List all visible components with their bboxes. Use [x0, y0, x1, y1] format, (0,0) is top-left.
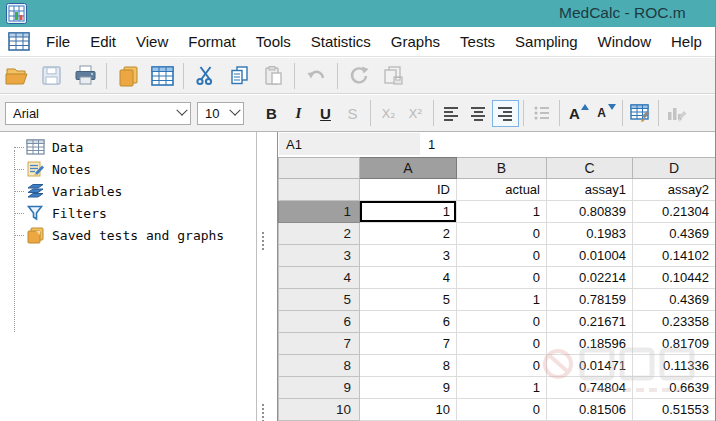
menu-tests[interactable]: Tests — [450, 27, 505, 56]
save-file-icon[interactable] — [34, 61, 68, 91]
grid-cell-B8[interactable]: 0 — [457, 355, 547, 377]
cell-contents-field[interactable]: 1 — [428, 133, 435, 155]
row-header-9[interactable]: 9 — [278, 377, 360, 399]
grid-cell-A8[interactable]: 8 — [360, 355, 457, 377]
variable-name-cell[interactable]: actual — [457, 179, 547, 201]
bold-button[interactable]: B — [258, 100, 285, 127]
row-header-7[interactable]: 7 — [278, 333, 360, 355]
grid-cell-B7[interactable]: 0 — [457, 333, 547, 355]
font-name-combobox[interactable]: Arial — [5, 102, 191, 125]
shrink-font-button[interactable]: A — [591, 100, 618, 127]
row-header-4[interactable]: 4 — [278, 267, 360, 289]
grid-cell-A3[interactable]: 3 — [360, 245, 457, 267]
save-all-icon[interactable] — [376, 61, 410, 91]
grid-cell-D8[interactable]: 0.11336 — [633, 355, 716, 377]
grid-cell-A9[interactable]: 9 — [360, 377, 457, 399]
cell-reference-box[interactable]: A1 — [279, 133, 420, 155]
grid-cell-C1[interactable]: 0.80839 — [547, 201, 633, 223]
variable-name-cell[interactable]: ID — [360, 179, 457, 201]
sidebar-item-notes[interactable]: Notes — [0, 158, 224, 180]
grid-cell-C8[interactable]: 0.01471 — [547, 355, 633, 377]
pane-splitter[interactable] — [257, 132, 277, 421]
row-header-5[interactable]: 5 — [278, 289, 360, 311]
row-header-8[interactable]: 8 — [278, 355, 360, 377]
cut-icon[interactable] — [188, 61, 222, 91]
align-right-button[interactable] — [492, 100, 519, 127]
grid-cell-A2[interactable]: 2 — [360, 223, 457, 245]
grid-cell-B9[interactable]: 1 — [457, 377, 547, 399]
grid-cell-C7[interactable]: 0.18596 — [547, 333, 633, 355]
menu-help[interactable]: Help — [661, 27, 712, 56]
menu-view[interactable]: View — [126, 27, 178, 56]
sidebar-item-saved-tests[interactable]: Saved tests and graphs — [0, 224, 224, 246]
grid-cell-C4[interactable]: 0.02214 — [547, 267, 633, 289]
format-spreadsheet-icon[interactable] — [627, 100, 654, 127]
column-header-C[interactable]: C — [547, 157, 633, 179]
align-center-button[interactable] — [465, 100, 492, 127]
grid-cell-D10[interactable]: 0.51553 — [633, 399, 716, 421]
grid-cell-B5[interactable]: 1 — [457, 289, 547, 311]
grid-cell-C10[interactable]: 0.81506 — [547, 399, 633, 421]
grid-cell-B4[interactable]: 0 — [457, 267, 547, 289]
grid-cell-A7[interactable]: 7 — [360, 333, 457, 355]
variable-name-cell[interactable]: assay1 — [547, 179, 633, 201]
grid-cell-A10[interactable]: 10 — [360, 399, 457, 421]
grid-cell-B2[interactable]: 0 — [457, 223, 547, 245]
menu-statistics[interactable]: Statistics — [301, 27, 381, 56]
grid-cell-A1[interactable]: 1 — [360, 201, 457, 223]
grid-cell-C2[interactable]: 0.1983 — [547, 223, 633, 245]
grid-cell-C6[interactable]: 0.21671 — [547, 311, 633, 333]
grid-cell-D6[interactable]: 0.23358 — [633, 311, 716, 333]
row-header-2[interactable]: 2 — [278, 223, 360, 245]
open-file-icon[interactable] — [0, 61, 34, 91]
grow-font-button[interactable]: A — [564, 100, 591, 127]
menu-edit[interactable]: Edit — [80, 27, 126, 56]
grid-cell-C9[interactable]: 0.74804 — [547, 377, 633, 399]
align-left-button[interactable] — [438, 100, 465, 127]
format-graph-icon[interactable] — [663, 100, 690, 127]
grid-cell-D2[interactable]: 0.4369 — [633, 223, 716, 245]
row-header-3[interactable]: 3 — [278, 245, 360, 267]
variable-name-cell[interactable]: assay2 — [633, 179, 716, 201]
copy-pages-icon[interactable] — [111, 61, 145, 91]
paste-icon[interactable] — [256, 61, 290, 91]
subscript-button[interactable]: X₂ — [375, 100, 402, 127]
variable-row-header[interactable] — [278, 179, 360, 201]
grid-cell-A6[interactable]: 6 — [360, 311, 457, 333]
grid-cell-C5[interactable]: 0.78159 — [547, 289, 633, 311]
select-all-corner[interactable] — [278, 157, 360, 179]
underline-button[interactable]: U — [312, 100, 339, 127]
undo-icon[interactable] — [299, 61, 333, 91]
redo-icon[interactable] — [342, 61, 376, 91]
data-table-icon[interactable] — [145, 61, 179, 91]
grid-cell-B3[interactable]: 0 — [457, 245, 547, 267]
bullet-list-icon[interactable] — [528, 100, 555, 127]
grid-cell-D1[interactable]: 0.21304 — [633, 201, 716, 223]
column-header-A[interactable]: A — [360, 157, 457, 179]
strikethrough-button[interactable]: S — [339, 100, 366, 127]
grid-cell-C3[interactable]: 0.01004 — [547, 245, 633, 267]
sidebar-item-variables[interactable]: Variables — [0, 180, 224, 202]
grid-cell-D3[interactable]: 0.14102 — [633, 245, 716, 267]
menu-graphs[interactable]: Graphs — [381, 27, 450, 56]
grid-cell-D4[interactable]: 0.10442 — [633, 267, 716, 289]
menu-file[interactable]: File — [36, 27, 80, 56]
sidebar-item-filters[interactable]: Filters — [0, 202, 224, 224]
grid-cell-A4[interactable]: 4 — [360, 267, 457, 289]
grid-cell-D7[interactable]: 0.81709 — [633, 333, 716, 355]
menu-tools[interactable]: Tools — [246, 27, 301, 56]
grid-cell-A5[interactable]: 5 — [360, 289, 457, 311]
italic-button[interactable]: I — [285, 100, 312, 127]
menu-window[interactable]: Window — [588, 27, 661, 56]
print-icon[interactable] — [68, 61, 102, 91]
font-size-combobox[interactable]: 10 — [197, 102, 244, 125]
column-header-B[interactable]: B — [457, 157, 547, 179]
grid-cell-B1[interactable]: 1 — [457, 201, 547, 223]
menu-sampling[interactable]: Sampling — [505, 27, 588, 56]
grid-cell-B10[interactable]: 0 — [457, 399, 547, 421]
row-header-6[interactable]: 6 — [278, 311, 360, 333]
row-header-1[interactable]: 1 — [278, 201, 360, 223]
sidebar-item-data[interactable]: Data — [0, 136, 224, 158]
superscript-button[interactable]: X² — [402, 100, 429, 127]
row-header-10[interactable]: 10 — [278, 399, 360, 421]
